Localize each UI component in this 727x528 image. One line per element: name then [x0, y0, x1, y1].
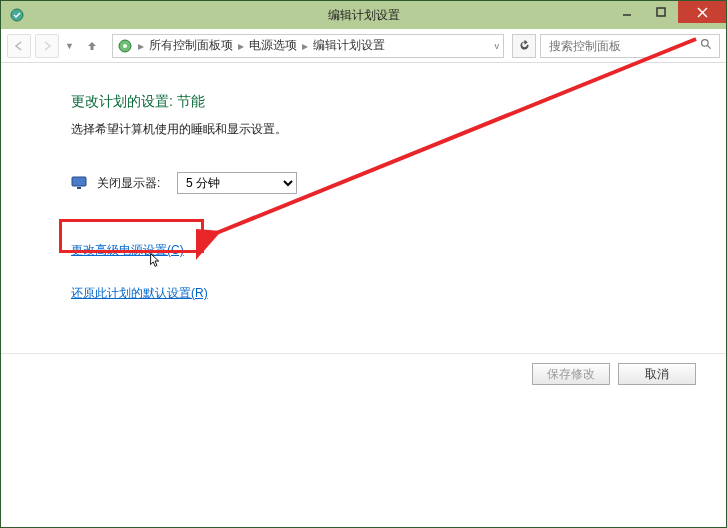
control-panel-icon [117, 38, 133, 54]
back-button[interactable] [7, 34, 31, 58]
svg-point-6 [123, 44, 127, 48]
window-controls [610, 1, 726, 23]
svg-rect-10 [77, 187, 81, 189]
chevron-right-icon: ▸ [135, 39, 147, 53]
minimize-button[interactable] [610, 1, 644, 23]
close-button[interactable] [678, 1, 726, 23]
svg-rect-2 [657, 8, 665, 16]
separator [1, 353, 726, 354]
save-button[interactable]: 保存修改 [532, 363, 610, 385]
breadcrumb-item[interactable]: 所有控制面板项 [149, 37, 233, 54]
titlebar: 编辑计划设置 [1, 1, 726, 29]
content-area: 更改计划的设置: 节能 选择希望计算机使用的睡眠和显示设置。 关闭显示器: 5 … [1, 63, 726, 302]
chevron-right-icon: ▸ [235, 39, 247, 53]
forward-button[interactable] [35, 34, 59, 58]
footer-buttons: 保存修改 取消 [532, 363, 696, 385]
window-root: 编辑计划设置 ▼ ▸ 所有控制面 [0, 0, 727, 528]
svg-line-8 [707, 45, 710, 48]
advanced-link-wrap: 更改高级电源设置(C) [61, 234, 194, 265]
up-button[interactable] [80, 34, 104, 58]
monitor-icon [71, 175, 87, 191]
svg-rect-9 [72, 177, 86, 186]
svg-point-7 [702, 39, 709, 46]
search-box[interactable] [540, 34, 720, 58]
page-subtitle: 选择希望计算机使用的睡眠和显示设置。 [71, 121, 726, 138]
search-icon[interactable] [700, 38, 713, 54]
chevron-right-icon: ▸ [299, 39, 311, 53]
breadcrumb-item[interactable]: 电源选项 [249, 37, 297, 54]
page-heading: 更改计划的设置: 节能 [71, 93, 726, 111]
refresh-button[interactable] [512, 34, 536, 58]
maximize-button[interactable] [644, 1, 678, 23]
address-bar[interactable]: ▸ 所有控制面板项 ▸ 电源选项 ▸ 编辑计划设置 v [112, 34, 504, 58]
display-off-select[interactable]: 5 分钟 [177, 172, 297, 194]
address-dropdown-icon[interactable]: v [491, 41, 500, 51]
display-off-row: 关闭显示器: 5 分钟 [71, 172, 726, 194]
display-off-label: 关闭显示器: [97, 175, 167, 192]
navbar: ▼ ▸ 所有控制面板项 ▸ 电源选项 ▸ 编辑计划设置 v [1, 29, 726, 63]
restore-defaults-link[interactable]: 还原此计划的默认设置(R) [71, 285, 208, 302]
search-input[interactable] [547, 38, 687, 54]
advanced-power-settings-link[interactable]: 更改高级电源设置(C) [71, 242, 184, 259]
cancel-button[interactable]: 取消 [618, 363, 696, 385]
cursor-icon [147, 252, 165, 270]
recent-dropdown-icon[interactable]: ▼ [63, 41, 76, 51]
breadcrumb-item[interactable]: 编辑计划设置 [313, 37, 385, 54]
